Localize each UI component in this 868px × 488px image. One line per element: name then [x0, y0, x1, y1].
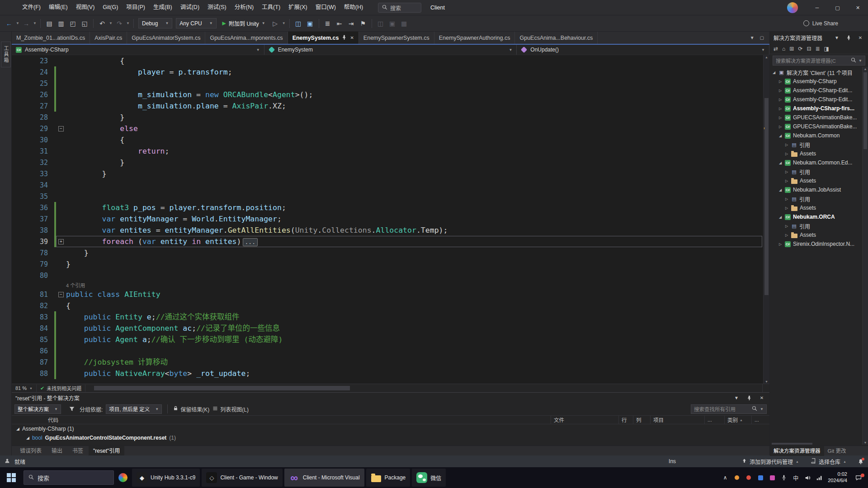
- code-line-87[interactable]: 87 //jobsystem 计算移动: [12, 357, 763, 368]
- code-line-39[interactable]: 39+ foreach (var entity in entites)...: [12, 236, 763, 247]
- codelens-row[interactable]: 4 个引用: [12, 281, 763, 289]
- dropdown-chevron-icon[interactable]: ▼: [33, 21, 37, 25]
- scroll-down-icon[interactable]: ▼: [764, 380, 769, 383]
- panel-tab[interactable]: "reset"引用: [89, 446, 124, 456]
- taskbar-clock[interactable]: 0:02 2024/6/4: [828, 471, 847, 484]
- window-layout-icon[interactable]: ◫: [375, 18, 386, 29]
- scroll-up-icon[interactable]: ▲: [863, 67, 868, 70]
- document-tab[interactable]: EnemySystem.cs✕: [288, 32, 359, 44]
- code-line-23[interactable]: 23 {: [12, 55, 763, 66]
- filter-icon[interactable]: [67, 404, 76, 413]
- scope-dropdown[interactable]: 整个解决方案 ▼: [14, 404, 61, 414]
- references-search-input[interactable]: 搜索查找所有引用 ▼: [691, 404, 767, 414]
- document-tab[interactable]: GpuEcsAnima...mponents.cs: [205, 32, 288, 44]
- dropdown-chevron-icon[interactable]: ▼: [126, 21, 130, 25]
- show-next-statement-icon[interactable]: ▣: [305, 18, 316, 29]
- splitter-corner[interactable]: [762, 384, 769, 392]
- dropdown-chevron-icon[interactable]: ▼: [282, 21, 286, 25]
- taskbar-app[interactable]: ∞Client - Microsoft Visual: [284, 469, 364, 487]
- active-files-dropdown-icon[interactable]: ▼: [750, 35, 755, 40]
- tree-item[interactable]: ▷C#Assembly-CSharp-Edit...: [770, 86, 868, 95]
- float-window-icon[interactable]: ▣: [387, 18, 398, 29]
- pin-icon[interactable]: [342, 35, 347, 41]
- user-avatar[interactable]: [787, 2, 798, 13]
- tree-expand-icon[interactable]: ▷: [784, 206, 789, 210]
- editor-vertical-scrollbar[interactable]: ▲ ▼: [763, 55, 769, 384]
- document-health-indicator[interactable]: ✔ 未找到相关问题: [36, 385, 85, 392]
- break-all-icon[interactable]: ◫: [293, 18, 304, 29]
- tree-expand-icon[interactable]: ▷: [784, 179, 789, 183]
- tree-item[interactable]: ▷C#Assembly-CSharp-Edit...: [770, 95, 868, 104]
- pin-icon[interactable]: [844, 35, 853, 40]
- tree-item[interactable]: ▷C#GPUECSAnimationBake...: [770, 113, 868, 122]
- codelens-references[interactable]: 4 个引用: [66, 282, 85, 289]
- scroll-down-icon[interactable]: ▼: [863, 441, 868, 444]
- navigate-list-icon[interactable]: ≣: [322, 18, 333, 29]
- tree-collapse-icon[interactable]: ◢: [778, 188, 783, 192]
- blue-app-tray-icon[interactable]: [757, 475, 764, 480]
- solution-vertical-scrollbar[interactable]: ▲ ▼: [862, 67, 868, 445]
- tree-item[interactable]: ▷Assets: [770, 230, 868, 239]
- redo-icon[interactable]: ↷: [114, 18, 125, 29]
- solution-h-scrollbar[interactable]: [770, 442, 868, 446]
- indent-increase-icon[interactable]: ⇥: [346, 18, 357, 29]
- reference-row[interactable]: ◢Assembly-CSharp (1): [12, 424, 769, 433]
- scrollbar-thumb[interactable]: [764, 98, 769, 295]
- tree-expand-icon[interactable]: ▷: [778, 107, 783, 111]
- code-line-26[interactable]: 26 m_simulation = new ORCABundle<Agent>(…: [12, 89, 763, 100]
- tree-expand-icon[interactable]: ▷: [778, 80, 783, 84]
- microphone-tray-icon[interactable]: [781, 474, 787, 481]
- panel-tab[interactable]: Git 更改: [824, 446, 850, 456]
- code-line-83[interactable]: 83 public Entity e;//通过这个实体获取组件: [12, 311, 763, 323]
- tree-collapse-icon[interactable]: ◢: [778, 161, 783, 165]
- menu-item[interactable]: 测试(S): [203, 0, 231, 15]
- tray-expand-icon[interactable]: ∧: [722, 474, 728, 481]
- code-line-29[interactable]: 29− else: [12, 123, 763, 134]
- menu-item[interactable]: 扩展(X): [284, 0, 311, 15]
- code-editor[interactable]: 23 {24 player = p.transform;2526 m_simul…: [12, 55, 769, 384]
- tree-item[interactable]: ▷C#GPUECSAnimationBake...: [770, 122, 868, 131]
- start-button[interactable]: [2, 467, 21, 488]
- menu-item[interactable]: 窗口(W): [311, 0, 340, 15]
- volume-icon[interactable]: [804, 475, 811, 481]
- tree-expand-icon[interactable]: ▷: [784, 143, 789, 147]
- menu-item[interactable]: 生成(B): [149, 0, 176, 15]
- code-line-38[interactable]: 38 var entites = entityManager.GetAllEnt…: [12, 225, 763, 236]
- zoom-control[interactable]: 81 % ▼: [12, 385, 36, 391]
- tree-expand-icon[interactable]: ▷: [784, 233, 789, 237]
- save-icon[interactable]: ◰: [67, 18, 78, 29]
- open-file-icon[interactable]: ▥: [56, 18, 66, 29]
- column-header[interactable]: 类别▲: [724, 416, 751, 424]
- fold-expand-icon[interactable]: +: [58, 239, 64, 244]
- tree-item[interactable]: ▷▤引用: [770, 194, 868, 203]
- code-line-82[interactable]: 82{: [12, 300, 763, 311]
- bookmark-icon[interactable]: ⚑: [358, 18, 368, 29]
- editor-horizontal-scrollbar[interactable]: [87, 384, 760, 392]
- taskbar-app[interactable]: Package: [366, 469, 410, 487]
- menu-item[interactable]: 帮助(H): [340, 0, 367, 15]
- code-line-78[interactable]: 78 }: [12, 247, 763, 258]
- code-line-32[interactable]: 32 }: [12, 157, 763, 168]
- code-line-35[interactable]: 35: [12, 191, 763, 202]
- code-line-34[interactable]: 34: [12, 179, 763, 191]
- attach-to-unity-button[interactable]: ▶附加到 Unity▼: [219, 18, 269, 29]
- action-center-icon[interactable]: [853, 475, 864, 481]
- menu-item[interactable]: 分析(N): [231, 0, 258, 15]
- panel-tab[interactable]: 输出: [47, 446, 67, 456]
- tree-expand-icon[interactable]: ◢: [16, 427, 19, 431]
- code-line-85[interactable]: 85 public Agent a;//确认 下一步移动到哪里 (动态避障): [12, 334, 763, 345]
- menu-item[interactable]: Git(G): [99, 0, 122, 15]
- taskbar-app[interactable]: ◆Unity Hub 3.3.1-c9: [132, 469, 200, 487]
- close-button[interactable]: ✕: [848, 0, 868, 15]
- menu-item[interactable]: 文件(F): [18, 0, 45, 15]
- column-header[interactable]: 行: [618, 416, 633, 424]
- tree-item[interactable]: ▷C#Sirenix.OdinInspector.N...: [770, 239, 868, 249]
- tree-expand-icon[interactable]: ▷: [778, 116, 783, 120]
- tree-collapse-icon[interactable]: ◢: [778, 134, 783, 138]
- breadcrumb-project-dropdown[interactable]: C#Assembly-CSharp▼: [12, 45, 264, 55]
- network-icon[interactable]: [816, 475, 822, 481]
- menu-item[interactable]: 调试(D): [176, 0, 203, 15]
- nav-forward-icon[interactable]: →: [21, 18, 32, 29]
- document-tab[interactable]: AxisPair.cs: [90, 32, 127, 44]
- tree-expand-icon[interactable]: ▷: [778, 242, 783, 246]
